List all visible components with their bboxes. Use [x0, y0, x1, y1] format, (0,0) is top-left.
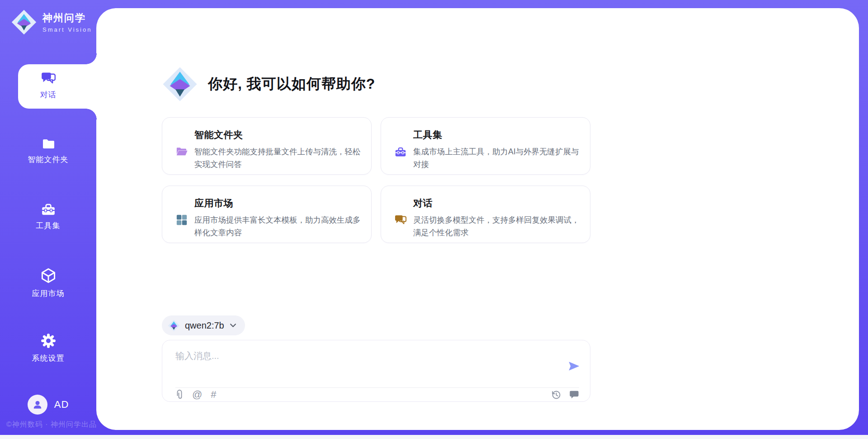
card-title: 对话 [413, 197, 581, 210]
sidebar-item-label: 对话 [40, 90, 57, 100]
chat-bubbles-icon [41, 72, 56, 85]
sidebar-item-settings[interactable]: 系统设置 [0, 333, 96, 363]
content-area: 你好, 我可以如何帮助你? 智能文件夹 智能文件夹功能支持批量文件上传与清洗，轻… [162, 0, 590, 439]
card-chat[interactable]: 对话 灵活切换多模型文件，支持多样回复效果调试，满足个性化需求 [381, 186, 590, 243]
user-account[interactable]: AD [0, 395, 96, 415]
greeting-text: 你好, 我可以如何帮助你? [208, 74, 375, 94]
send-icon[interactable] [568, 360, 580, 372]
sidebar-item-smart-folder[interactable]: 智能文件夹 [0, 137, 96, 165]
card-title: 应用市场 [194, 197, 363, 210]
folder-icon [41, 137, 56, 150]
greeting-diamond-icon [162, 66, 198, 102]
model-name: qwen2:7b [185, 320, 224, 331]
card-description: 灵活切换多模型文件，支持多样回复效果调试，满足个性化需求 [413, 214, 581, 239]
card-title: 智能文件夹 [194, 129, 363, 141]
grid-icon [176, 197, 188, 243]
brand-subtitle: Smart Vision [42, 26, 92, 33]
toolbox-icon [395, 129, 406, 174]
brand-diamond-icon [11, 9, 37, 35]
history-icon[interactable] [551, 389, 561, 400]
user-initials: AD [54, 399, 69, 410]
card-description: 应用市场提供丰富长文本模板，助力高效生成多样化文章内容 [194, 214, 363, 239]
message-input[interactable] [175, 350, 551, 382]
toolbox-icon [41, 202, 56, 216]
card-smart-folder[interactable]: 智能文件夹 智能文件夹功能支持批量文件上传与清洗，轻松实现文件问答 [162, 117, 372, 175]
sidebar-item-chat[interactable]: 对话 [0, 72, 96, 100]
horizontal-scrollbar[interactable] [0, 435, 868, 439]
model-selector[interactable]: qwen2:7b [162, 315, 245, 335]
card-description: 集成市场上主流工具，助力AI与外界无缝扩展与对接 [413, 145, 581, 171]
avatar [28, 395, 47, 415]
card-toolset[interactable]: 工具集 集成市场上主流工具，助力AI与外界无缝扩展与对接 [381, 117, 590, 175]
card-description: 智能文件夹功能支持批量文件上传与清洗，轻松实现文件问答 [194, 145, 363, 171]
brand-name: 神州问学 [42, 11, 92, 25]
cube-icon [41, 267, 56, 284]
card-app-market[interactable]: 应用市场 应用市场提供丰富长文本模板，助力高效生成多样化文章内容 [162, 186, 372, 243]
sidebar-item-label: 工具集 [36, 220, 61, 231]
feature-cards: 智能文件夹 智能文件夹功能支持批量文件上传与清洗，轻松实现文件问答 工具集 集成… [162, 117, 590, 243]
brand-logo: 神州问学 Smart Vision [11, 9, 92, 35]
model-diamond-icon [168, 320, 180, 332]
attachment-icon[interactable] [175, 389, 184, 400]
active-nav-corner-bottom [86, 109, 97, 119]
copyright-text: ©神州数码 · 神州问学出品 [6, 420, 97, 429]
input-toolbar: @ # [175, 388, 579, 401]
chat-bubbles-icon [395, 197, 406, 243]
sidebar-item-label: 智能文件夹 [28, 154, 69, 165]
card-title: 工具集 [413, 129, 581, 141]
sidebar-item-label: 系统设置 [32, 353, 65, 363]
greeting-block: 你好, 我可以如何帮助你? [162, 66, 375, 102]
sidebar-item-app-market[interactable]: 应用市场 [0, 267, 96, 299]
message-input-card: @ # [162, 340, 590, 402]
gear-icon [41, 333, 56, 348]
active-nav-corner-top [86, 53, 97, 64]
open-folder-icon [176, 129, 188, 174]
chat-bubble-icon[interactable] [569, 390, 579, 400]
sidebar-item-label: 应用市场 [32, 288, 65, 299]
person-icon [32, 399, 43, 410]
sidebar-item-toolset[interactable]: 工具集 [0, 202, 96, 231]
hashtag-icon[interactable]: # [211, 390, 216, 400]
mention-icon[interactable]: @ [192, 390, 202, 400]
chevron-down-icon [230, 324, 236, 327]
